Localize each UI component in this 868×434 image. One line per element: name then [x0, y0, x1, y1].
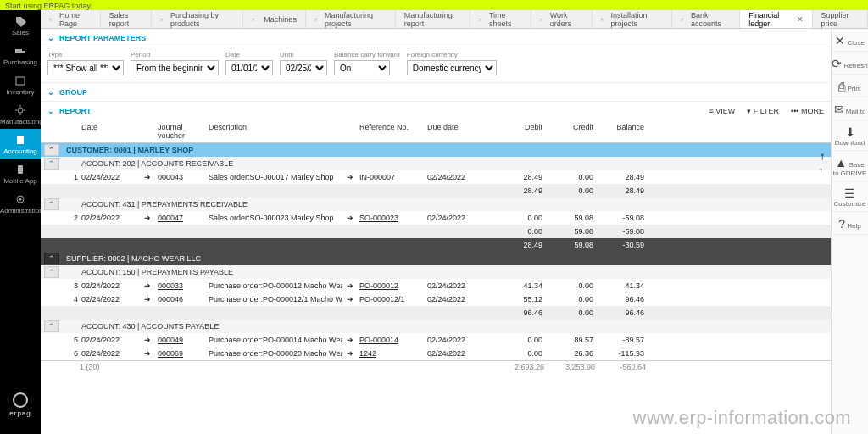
reference-link[interactable]: 1242 [358, 348, 426, 359]
download-button[interactable]: ⬇ Download [832, 120, 868, 151]
scroll-icons[interactable]: ⤒ ↑ [819, 153, 829, 175]
folder-icon: ▫ [314, 15, 321, 24]
reference-link[interactable]: PO-000014 [358, 335, 426, 345]
section-group[interactable]: ⌄ GROUP [41, 83, 831, 102]
group-header[interactable]: ⌃ CUSTOMER: 0001 | MARLEY SHOP [41, 143, 831, 157]
param-until: Until 02/25/2022 [280, 51, 327, 75]
gear-icon [0, 104, 41, 116]
gdrive-icon: ▲ [835, 156, 847, 170]
grid-footer: 1 (30) 2,693.26 3,253.90 -560.64 [41, 360, 831, 373]
view-button[interactable]: ≡ VIEW [709, 107, 735, 115]
sidebar-item-manufacturing[interactable]: Manufacturing [0, 99, 41, 129]
brand-logo: erpag [0, 392, 41, 417]
alert-banner: Start using ERPAG today. [0, 0, 868, 10]
download-icon: ⬇ [845, 125, 855, 139]
reference-link[interactable]: PO-000012/1 [358, 294, 426, 304]
journal-voucher-link[interactable]: 000046 [156, 294, 207, 304]
type-select[interactable]: *** Show all *** [47, 60, 124, 75]
journal-voucher-link[interactable]: 000047 [156, 213, 207, 223]
journal-voucher-link[interactable]: 000043 [156, 172, 207, 182]
account-header[interactable]: ⌃ ACCOUNT: 430 | ACCOUNTS PAYABLE [41, 320, 831, 333]
pin-icon: ▫ [601, 15, 608, 24]
until-select[interactable]: 02/25/2022 [280, 60, 327, 75]
tab-home-page[interactable]: ▫ Home Page [41, 10, 101, 28]
ledger-grid: Date Journal voucher Description Referen… [41, 120, 831, 373]
sidebar-item-accounting[interactable]: Accounting [0, 129, 41, 159]
account-header[interactable]: ⌃ ACCOUNT: 431 | PREPAYMENTS RECEIVABLE [41, 198, 831, 211]
tab-work-orders[interactable]: ▫ Work orders [531, 10, 593, 28]
journal-voucher-link[interactable]: 000049 [156, 335, 207, 345]
refresh-button[interactable]: ⟳ Refresh [832, 52, 868, 75]
reference-link[interactable]: IN-000007 [358, 172, 426, 182]
carry-select[interactable]: On [334, 60, 390, 75]
print-button[interactable]: ⎙ Print [832, 75, 868, 97]
ledger-row[interactable]: 6 02/24/2022 ➔ 000069 Purchase order:PO-… [41, 347, 831, 360]
journal-voucher-link[interactable]: 000033 [156, 281, 207, 291]
journal-voucher-link[interactable]: 000069 [156, 348, 207, 359]
tab-machines[interactable]: ▫ Machines [243, 10, 306, 28]
sidebar-item-mobile-app[interactable]: Mobile App [0, 159, 41, 188]
sidebar-item-inventory[interactable]: Inventory [0, 70, 41, 99]
tab-supplier-price[interactable]: Supplier price [813, 10, 869, 28]
tab-sales-report[interactable]: Sales report [101, 10, 152, 28]
mail-to-button[interactable]: ✉ Mail to [832, 97, 868, 120]
right-action-rail: ✕ Close ⟳ Refresh ⎙ Print ✉ Mail to ⬇ Do… [831, 29, 868, 434]
subtotal-row: 28.490.0028.49 [41, 184, 831, 198]
collapse-icon[interactable]: ⌃ [44, 144, 59, 156]
filter-button[interactable]: ▾ FILTER [747, 107, 779, 115]
ledger-row[interactable]: 4 02/24/2022 ➔ 000046 Purchase order:PO-… [41, 292, 831, 306]
arrow-right-icon: ➔ [139, 213, 156, 223]
collapse-icon[interactable]: ⌃ [44, 158, 59, 170]
sidebar-item-purchasing[interactable]: Purchasing [0, 40, 41, 70]
period-select[interactable]: From the beginning of the year [131, 60, 219, 75]
param-carry: Balance carry forward On [334, 51, 400, 75]
sidebar-item-administration[interactable]: Administration [0, 188, 41, 218]
tab-strip: ▫ Home Page Sales report ▫ Purchasing by… [41, 10, 868, 29]
tab-manufacturing-projects[interactable]: ▫ Manufacturing projects [306, 10, 396, 28]
ledger-row[interactable]: 1 02/24/2022 ➔ 000043 Sales order:SO-000… [41, 170, 831, 184]
sidebar-item-sales[interactable]: Sales [0, 10, 41, 40]
tab-time-sheets[interactable]: ▫ Time sheets [470, 10, 531, 28]
ledger-row[interactable]: 2 02/24/2022 ➔ 000047 Sales order:SO-000… [41, 211, 831, 225]
collapse-icon[interactable]: ⌃ [44, 253, 59, 264]
close-button[interactable]: ✕ Close [832, 29, 868, 52]
param-date: Date 01/01/2022 [225, 51, 273, 75]
more-button[interactable]: ••• MORE [791, 107, 824, 115]
date-select[interactable]: 01/01/2022 [225, 60, 273, 75]
param-type: Type *** Show all *** [47, 51, 124, 75]
currency-select[interactable]: Domestic currency [407, 60, 497, 75]
customize-button[interactable]: ☰ Customize [832, 181, 868, 212]
subtotal-row: 0.0059.08-59.08 [41, 225, 831, 238]
tab-manufacturing-report[interactable]: Manufacturing report [396, 10, 470, 28]
phone-icon [0, 164, 41, 175]
collapse-icon[interactable]: ⌃ [44, 198, 59, 210]
main-content: ⌄ REPORT PARAMETERS Type *** Show all **… [41, 29, 831, 434]
chevron-down-icon: ⌄ [47, 33, 54, 42]
tag-icon [0, 15, 41, 27]
group-header[interactable]: ⌃ SUPPLIER: 0002 | MACHO WEAR LLC [41, 252, 831, 265]
arrow-right-icon: ➔ [342, 348, 358, 359]
collapse-icon[interactable]: ⌃ [44, 320, 59, 332]
section-report-parameters[interactable]: ⌄ REPORT PARAMETERS [41, 29, 831, 47]
book-icon [0, 134, 41, 146]
ledger-row[interactable]: 5 02/24/2022 ➔ 000049 Purchase order:PO-… [41, 333, 831, 347]
truck-icon [0, 45, 41, 57]
tab-installation-projects[interactable]: ▫ Installation projects [593, 10, 673, 28]
ledger-row[interactable]: 3 02/24/2022 ➔ 000033 Purchase order:PO-… [41, 279, 831, 292]
tab-bank-accounts[interactable]: ▫ Bank accounts [672, 10, 740, 28]
mail-icon: ✉ [834, 103, 844, 116]
svg-rect-4 [17, 136, 24, 144]
close-icon[interactable]: ✕ [797, 15, 804, 24]
bank-icon: ▫ [681, 15, 687, 24]
save-to-gdrive-button[interactable]: ▲ Save to GDRIVE [832, 151, 868, 181]
help-button[interactable]: ? Help [832, 212, 868, 235]
tab-financial-ledger[interactable]: Financial ledger ✕ [740, 10, 812, 28]
doc-icon: ▫ [540, 15, 547, 24]
tab-purchasing-by-products[interactable]: ▫ Purchasing by products [152, 10, 243, 28]
collapse-icon[interactable]: ⌃ [44, 266, 59, 278]
reference-link[interactable]: PO-000012 [358, 281, 426, 291]
account-header[interactable]: ⌃ ACCOUNT: 150 | PREPAYMENTS PAYABLE [41, 265, 831, 279]
chevron-down-icon: ⌄ [47, 87, 54, 97]
account-header[interactable]: ⌃ ACCOUNT: 202 | ACCOUNTS RECEIVABLE [41, 157, 831, 170]
reference-link[interactable]: SO-000023 [358, 213, 426, 223]
